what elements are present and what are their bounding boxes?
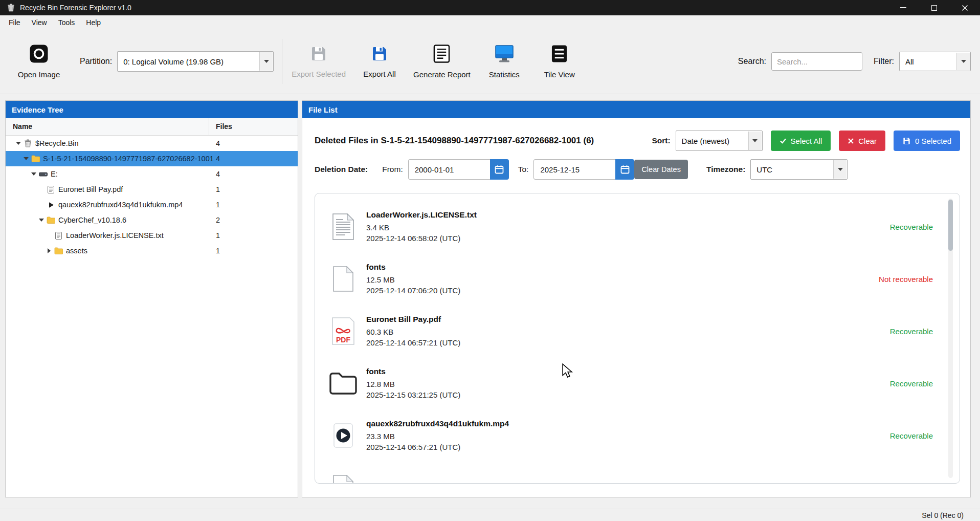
to-date-input[interactable] [533,159,615,180]
tree-item-label: S-1-5-21-154098890-1497771987-627026682-… [43,155,214,163]
file-name: LoaderWorker.js.LICENSE.txt [366,210,477,220]
clear-selection-button[interactable]: Clear [839,131,885,151]
column-divider [209,118,209,135]
export-all-button[interactable]: Export All [354,41,405,81]
tree-item-label: $Recycle.Bin [35,139,79,147]
menu-item-tools[interactable]: Tools [53,17,81,28]
search-input[interactable] [771,52,862,71]
tree-item-file-count: 1 [216,247,220,255]
status-bar: Sel 0 (Rec 0) [0,509,980,521]
selected-count-button[interactable]: 0 Selected [894,131,960,151]
evidence-tree-panel: Evidence Tree Name Files $Recycle.Bin4S-… [5,100,298,497]
from-date-input[interactable] [408,159,490,180]
tree-item[interactable]: S-1-5-21-154098890-1497771987-627026682-… [6,151,298,166]
tree-item-file-count: 4 [216,139,220,147]
file-info: LoaderWorker.js.LICENSE.txt3.4 KB2025-12… [366,210,477,244]
close-icon [962,5,968,11]
tree-item[interactable]: Euronet Bill Pay.pdf1 [6,182,298,197]
file-list-scrollbar[interactable] [948,199,953,478]
file-info: fonts [366,482,386,484]
filter-dropdown[interactable]: All [899,52,971,71]
sort-value: Date (newest) [682,137,729,145]
floppy-icon [902,137,911,145]
pdf-icon: PDF [328,317,358,345]
to-label: To: [518,165,529,174]
from-calendar-button[interactable] [490,159,509,180]
drive-icon [38,171,48,178]
from-label: From: [382,165,403,174]
chevron-down-icon [956,53,970,70]
tree-column-header: Name Files [6,118,298,136]
sort-dropdown[interactable]: Date (newest) [676,131,763,151]
file-list-panel: File List Deleted Files in S-1-5-21-1540… [302,100,971,497]
timezone-dropdown[interactable]: UTC [750,159,848,180]
minimize-button[interactable] [888,0,919,15]
to-date-group [533,159,634,180]
minimize-icon [900,7,906,8]
tree-item-label: LoaderWorker.js.LICENSE.txt [66,231,164,240]
file-row[interactable]: fonts12.5 MB2025-12-14 07:06:20 (UTC)Not… [315,253,960,305]
menu-item-file[interactable]: File [3,17,26,28]
file-row[interactable]: fonts12.8 MB2025-12-15 03:21:25 (UTC)Rec… [315,357,960,409]
scrollbar-thumb[interactable] [948,200,953,251]
open-image-button[interactable]: Open Image [13,41,64,82]
expand-arrow-icon[interactable] [45,248,53,253]
title-bar: Recycle Bin Forensic Explorer v1.0 [0,0,980,15]
file-name: fonts [366,482,386,484]
tree-item[interactable]: LoaderWorker.js.LICENSE.txt1 [6,228,298,243]
tree-item[interactable]: $Recycle.Bin4 [6,136,298,151]
file-row[interactable]: fonts [315,462,960,484]
file-row[interactable]: LoaderWorker.js.LICENSE.txt3.4 KB2025-12… [315,201,960,253]
menu-item-view[interactable]: View [26,17,53,28]
selected-count-label: 0 Selected [915,137,951,145]
select-all-button[interactable]: Select All [771,131,831,151]
collapse-arrow-icon[interactable] [37,219,45,222]
chevron-down-icon [748,132,762,150]
collapse-arrow-icon[interactable] [14,142,22,145]
window-controls [888,0,980,15]
tree-item-label: assets [66,247,87,255]
timezone-value: UTC [756,165,772,174]
to-calendar-button[interactable] [615,159,634,180]
collapse-arrow-icon[interactable] [30,172,37,176]
deleted-files-list: LoaderWorker.js.LICENSE.txt3.4 KB2025-12… [315,193,960,484]
maximize-icon [931,5,937,11]
file-row[interactable]: PDFEuronet Bill Pay.pdf60.3 KB2025-12-14… [315,305,960,357]
tree-item-label: E: [51,170,58,178]
chevron-down-icon [259,52,273,71]
file-info: fonts12.5 MB2025-12-14 07:06:20 (UTC) [366,263,460,296]
file-info: Euronet Bill Pay.pdf60.3 KB2025-12-14 06… [366,315,460,348]
document-icon [54,232,63,240]
cross-icon [848,138,854,144]
generate-report-button[interactable]: Generate Report [409,41,475,82]
file-list-content: Deleted Files in S-1-5-21-154098890-1497… [302,118,970,484]
tile-view-button[interactable]: Tile View [534,41,585,82]
toolbar-button-label: Statistics [489,70,520,79]
calendar-icon [620,165,630,174]
tree-item-file-count: 1 [216,185,220,193]
tree-item[interactable]: assets1 [6,243,298,258]
file-deletion-date: 2025-12-14 06:57:21 (UTC) [366,337,460,348]
recoverability-status: Not recoverable [879,275,933,284]
file-row[interactable]: qauexk82rubfruxd43q4d1ukfukm.mp423.3 MB2… [315,409,960,462]
calendar-icon [495,165,504,174]
chevron-down-icon [833,160,847,179]
partition-dropdown[interactable]: 0: Logical Volume (19.98 GB) [117,51,274,72]
menu-item-help[interactable]: Help [80,17,106,28]
tree-item-label: Euronet Bill Pay.pdf [58,185,123,193]
tree-item[interactable]: qauexk82rubfruxd43q4d1ukfukm.mp41 [6,197,298,212]
search-filter-group: Search: Filter: All [738,52,971,71]
collapse-arrow-icon[interactable] [22,157,30,160]
evidence-tree-rows: $Recycle.Bin4S-1-5-21-154098890-14977719… [6,136,298,258]
from-date-group [408,159,509,180]
export-selected-button: Export Selected [287,41,350,81]
maximize-button[interactable] [919,0,949,15]
report-icon [433,44,450,66]
statistics-button[interactable]: Statistics [479,41,530,82]
clear-dates-button[interactable]: Clear Dates [634,160,688,179]
close-button[interactable] [949,0,980,15]
open-image-label: Open Image [18,70,60,79]
tree-item[interactable]: E:4 [6,166,298,182]
file-info: fonts12.8 MB2025-12-15 03:21:25 (UTC) [366,367,460,400]
tree-item[interactable]: CyberChef_v10.18.62 [6,212,298,228]
